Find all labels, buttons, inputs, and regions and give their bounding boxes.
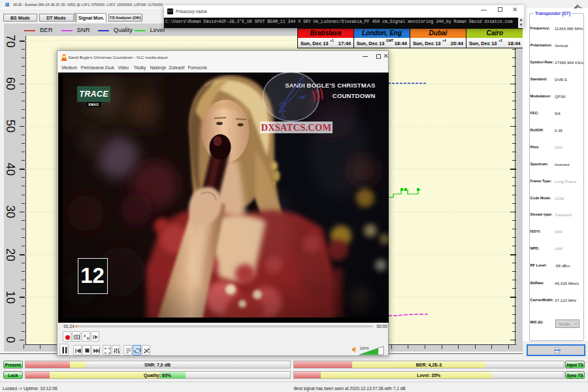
svg-text:B: B [87,336,90,340]
svg-text:A: A [84,334,86,338]
